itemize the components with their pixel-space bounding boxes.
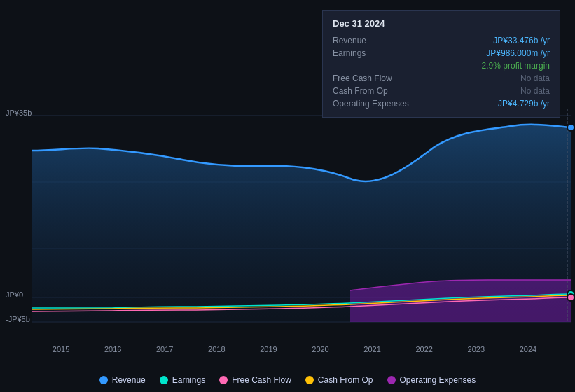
x-label-2016: 2016 (104, 345, 121, 354)
x-label-2015: 2015 (53, 345, 69, 354)
tooltip-row-cfo: Cash From Op No data (333, 85, 550, 97)
tooltip-value-revenue: JP¥33.476b /yr (493, 36, 550, 46)
legend-dot-cfo (305, 376, 314, 384)
x-label-2019: 2019 (260, 345, 277, 354)
tooltip-label-cfo: Cash From Op (333, 86, 424, 96)
x-label-2024: 2024 (520, 345, 536, 354)
tooltip-label-opex: Operating Expenses (333, 99, 424, 108)
legend-item-opex[interactable]: Operating Expenses (387, 375, 476, 385)
legend-label-cfo: Cash From Op (318, 375, 373, 385)
x-axis: 2015 2016 2017 2018 2019 2020 2021 2022 … (0, 345, 575, 354)
tooltip-row-earnings: Earnings JP¥986.000m /yr (333, 47, 550, 59)
tooltip-box: Dec 31 2024 Revenue JP¥33.476b /yr Earni… (322, 10, 560, 118)
x-label-2020: 2020 (312, 345, 328, 354)
x-label-2023: 2023 (468, 345, 485, 354)
x-label-2021: 2021 (363, 345, 380, 354)
legend-dot-revenue (99, 376, 108, 384)
chart-container: Dec 31 2024 Revenue JP¥33.476b /yr Earni… (0, 0, 575, 392)
legend-item-revenue[interactable]: Revenue (99, 375, 146, 385)
legend-label-opex: Operating Expenses (400, 375, 476, 385)
tooltip-row-revenue: Revenue JP¥33.476b /yr (333, 34, 550, 47)
legend-item-cfo[interactable]: Cash From Op (305, 375, 373, 385)
tooltip-value-opex: JP¥4.729b /yr (498, 99, 550, 108)
tooltip-label-revenue: Revenue (333, 36, 424, 46)
legend: Revenue Earnings Free Cash Flow Cash Fro… (0, 375, 575, 385)
x-label-2017: 2017 (156, 345, 173, 354)
tooltip-label-earnings: Earnings (333, 48, 424, 58)
tooltip-value-cfo: No data (520, 86, 550, 96)
svg-point-7 (567, 124, 574, 131)
x-label-2022: 2022 (415, 345, 432, 354)
tooltip-label-fcf: Free Cash Flow (333, 74, 424, 83)
x-label-2018: 2018 (208, 345, 225, 354)
profit-margin-text: 2.9% profit margin (482, 61, 550, 71)
legend-item-fcf[interactable]: Free Cash Flow (219, 375, 291, 385)
tooltip-row-opex: Operating Expenses JP¥4.729b /yr (333, 97, 550, 110)
legend-item-earnings[interactable]: Earnings (160, 375, 205, 385)
legend-label-earnings: Earnings (172, 375, 205, 385)
tooltip-date: Dec 31 2024 (333, 18, 550, 29)
tooltip-value-earnings: JP¥986.000m /yr (486, 48, 550, 58)
legend-label-revenue: Revenue (112, 375, 146, 385)
svg-point-9 (567, 294, 574, 301)
tooltip-value-margin: 2.9% profit margin (482, 61, 550, 71)
legend-dot-fcf (219, 376, 228, 384)
tooltip-row-margin: 2.9% profit margin (333, 59, 550, 72)
legend-dot-earnings (160, 376, 168, 384)
legend-dot-opex (387, 376, 396, 384)
tooltip-value-fcf: No data (520, 74, 550, 83)
tooltip-row-fcf: Free Cash Flow No data (333, 72, 550, 85)
legend-label-fcf: Free Cash Flow (232, 375, 291, 385)
